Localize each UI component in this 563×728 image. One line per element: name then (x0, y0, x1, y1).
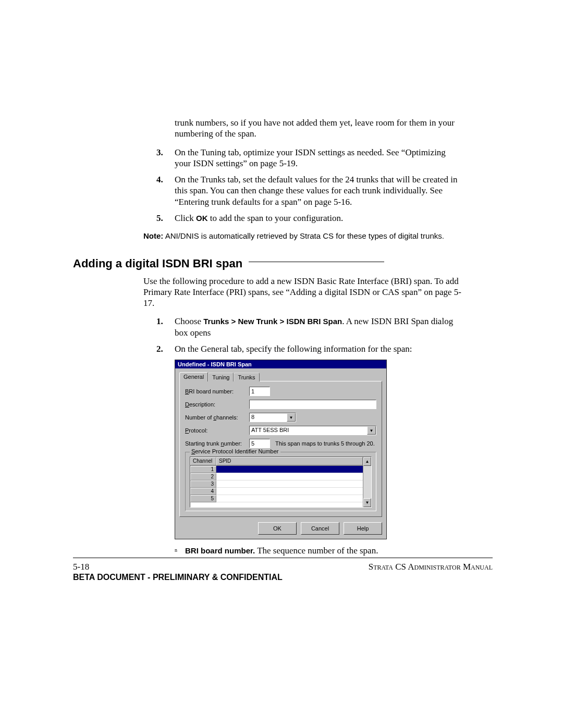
cell-spid[interactable] (216, 473, 363, 480)
accel: n (221, 440, 224, 447)
step-body: On the General tab, specify the followin… (175, 343, 464, 354)
chevron-down-icon[interactable]: ▼ (367, 426, 376, 435)
cell-channel: 1 (190, 466, 216, 473)
text: Choose (175, 316, 203, 326)
bri-board-bullet: n BRI board number. The sequence number … (175, 546, 464, 556)
maps-to-text: This span maps to trunks 5 through 20. (275, 440, 375, 447)
scroll-track[interactable] (363, 466, 371, 498)
step-body: Choose Trunks > New Trunk > ISDN BRI Spa… (175, 316, 464, 338)
label-starting-trunk: Starting trunk number: (185, 440, 249, 447)
table-row[interactable]: 2 (190, 473, 363, 480)
heading-text: Adding a digital ISDN BRI span (73, 257, 242, 270)
starting-trunk-input[interactable] (249, 439, 270, 448)
table-row[interactable]: 3 (190, 480, 363, 488)
page-footer: 5-18 Strata CS Administrator Manual BETA… (73, 558, 493, 582)
tab-trunks[interactable]: Trunks (234, 373, 259, 381)
col-spid[interactable]: SPID (216, 457, 363, 465)
cell-spid[interactable] (216, 466, 363, 473)
scrollbar[interactable]: ▲ ▼ (363, 457, 371, 507)
table-row[interactable]: 1 (190, 466, 363, 473)
description-input[interactable] (249, 400, 376, 409)
combo-value: ATT 5ESS BRI (250, 426, 367, 435)
tab-tuning[interactable]: Tuning (208, 373, 234, 381)
heading-rule (249, 262, 384, 262)
step-body: On the Trunks tab, set the default value… (175, 174, 464, 207)
ok-button[interactable]: OK (258, 522, 297, 535)
grid-rows: 1 2 3 4 5 (190, 466, 363, 502)
combo-value: 8 (250, 413, 287, 422)
step-5: 5. Click OK to add the span to your conf… (156, 213, 464, 224)
cell-channel: 3 (190, 480, 216, 488)
spid-fieldset: Service Protocol Identifier Number Chann… (185, 452, 376, 511)
label-bri-board-number: BRI board number: (185, 388, 249, 394)
confidential-notice: BETA DOCUMENT - PRELIMINARY & CONFIDENTI… (73, 573, 493, 582)
continuation-paragraph: trunk numbers, so if you have not added … (175, 117, 464, 140)
label-num-channels: Number of channels: (185, 414, 249, 421)
step-number: 1. (156, 316, 175, 338)
note-block: Note: ANI/DNIS is automatically retrieve… (143, 231, 464, 241)
col-channel[interactable]: Channel (190, 457, 216, 465)
spid-grid[interactable]: Channel SPID 1 2 3 4 5 (190, 456, 372, 508)
label-description: Description: (185, 401, 249, 408)
cell-spid[interactable] (216, 495, 363, 502)
cell-spid[interactable] (216, 480, 363, 488)
chevron-down-icon[interactable]: ▼ (287, 413, 296, 422)
bullet-text: The sequence number of the span. (255, 546, 378, 556)
cell-channel: 5 (190, 495, 216, 502)
text: Click (175, 213, 196, 223)
scroll-down-icon[interactable]: ▼ (363, 498, 371, 507)
step-number: 3. (156, 147, 175, 169)
bri-step-1: 1. Choose Trunks > New Trunk > ISDN BRI … (156, 316, 464, 338)
footer-rule (73, 558, 493, 558)
cell-channel: 2 (190, 473, 216, 480)
bullet-mark: n (175, 546, 185, 556)
accel: B (185, 388, 189, 394)
ok-bold: OK (196, 214, 208, 223)
note-label: Note: (143, 231, 163, 240)
table-row[interactable]: 4 (190, 488, 363, 495)
bullet-body: BRI board number. The sequence number of… (185, 546, 378, 556)
label-protocol: Protocol: (185, 427, 249, 434)
accel: P (185, 427, 189, 434)
table-row[interactable]: 5 (190, 495, 363, 502)
cell-channel: 4 (190, 488, 216, 495)
step-body: Click OK to add the span to your configu… (175, 213, 464, 224)
bri-step-2: 2. On the General tab, specify the follo… (156, 343, 464, 354)
dialog-titlebar: Undefined - ISDN BRI Span (175, 360, 386, 368)
accel: D (185, 401, 189, 408)
tab-strip: General Tuning Trunks (179, 372, 382, 381)
step-body: On the Tuning tab, optimize your ISDN se… (175, 147, 464, 169)
section-heading: Adding a digital ISDN BRI span (73, 257, 464, 270)
step-number: 4. (156, 174, 175, 207)
menu-path: Trunks > New Trunk > ISDN BRI Span (203, 317, 342, 326)
note-text: ANI/DNIS is automatically retrieved by S… (163, 231, 444, 240)
bri-board-number-input[interactable] (249, 387, 270, 396)
step-4: 4. On the Trunks tab, set the default va… (156, 174, 464, 207)
isdn-bri-span-dialog: Undefined - ISDN BRI Span General Tuning… (175, 360, 387, 539)
step-3: 3. On the Tuning tab, optimize your ISDN… (156, 147, 464, 169)
text: to add the span to your configuration. (208, 213, 344, 223)
manual-title: Strata CS Administrator Manual (369, 561, 493, 573)
scroll-up-icon[interactable]: ▲ (363, 457, 371, 466)
cell-spid[interactable] (216, 488, 363, 495)
step-number: 5. (156, 213, 175, 224)
protocol-combo[interactable]: ATT 5ESS BRI ▼ (249, 426, 376, 435)
tab-general[interactable]: General (179, 372, 208, 381)
fieldset-legend: Service Protocol Identifier Number (190, 448, 280, 454)
intro-paragraph: Use the following procedure to add a new… (143, 276, 464, 309)
accel: c (213, 414, 216, 421)
help-button[interactable]: Help (344, 522, 382, 535)
step-number: 2. (156, 343, 175, 354)
tab-panel-general: BRI board number: Description: Number of… (179, 381, 382, 517)
accel: S (191, 448, 195, 454)
num-channels-combo[interactable]: 8 ▼ (249, 413, 296, 422)
cancel-button[interactable]: Cancel (301, 522, 339, 535)
bullet-bold: BRI board number. (185, 546, 255, 555)
page-number: 5-18 (73, 561, 89, 573)
